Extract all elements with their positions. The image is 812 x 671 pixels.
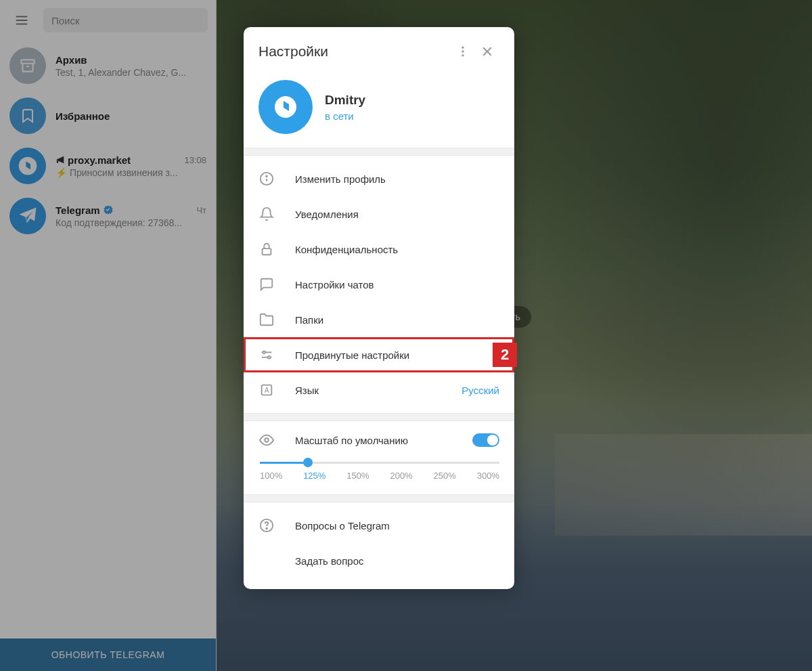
- settings-label: Язык: [295, 385, 441, 396]
- profile-row[interactable]: Dmitry в сети: [244, 73, 514, 148]
- folder-icon: [258, 311, 275, 328]
- info-icon: [258, 171, 275, 187]
- help-icon: [258, 517, 275, 534]
- scale-label: Масштаб по умолчанию: [295, 435, 452, 446]
- divider: [244, 413, 514, 421]
- settings-label: Вопросы о Telegram: [295, 520, 499, 532]
- settings-item-faq[interactable]: Вопросы о Telegram: [244, 508, 514, 543]
- close-icon: [480, 45, 494, 58]
- svg-text:A: A: [265, 387, 269, 394]
- settings-item-folders[interactable]: Папки: [244, 302, 514, 337]
- settings-item-privacy[interactable]: Конфиденциальность: [244, 232, 514, 267]
- divider: [244, 148, 514, 156]
- svg-point-7: [461, 54, 464, 56]
- settings-value: Русский: [461, 385, 499, 396]
- svg-point-16: [263, 351, 266, 354]
- svg-point-18: [268, 356, 271, 359]
- eye-icon: [258, 432, 275, 448]
- svg-point-6: [461, 50, 464, 52]
- profile-name: Dmitry: [325, 93, 365, 108]
- settings-modal: Настройки Dmitry в сети Изменить профиль…: [244, 27, 514, 589]
- svg-point-13: [266, 175, 267, 177]
- settings-label: Папки: [295, 314, 499, 326]
- empty-icon: [258, 553, 275, 569]
- profile-status: в сети: [325, 110, 365, 122]
- scale-option[interactable]: 150%: [346, 471, 369, 481]
- svg-point-5: [461, 47, 464, 49]
- settings-item-ask[interactable]: Задать вопрос: [244, 543, 514, 578]
- scale-option[interactable]: 125%: [303, 471, 325, 481]
- annotation-badge: 2: [493, 343, 517, 367]
- profile-avatar: [258, 80, 313, 134]
- more-vertical-icon: [456, 45, 470, 58]
- settings-label: Настройки чатов: [295, 279, 499, 290]
- settings-label: Уведомления: [295, 209, 499, 220]
- scale-option[interactable]: 250%: [434, 471, 456, 481]
- bell-icon: [258, 206, 275, 222]
- more-button[interactable]: [451, 39, 475, 64]
- svg-point-23: [266, 528, 267, 529]
- svg-point-21: [265, 438, 269, 442]
- settings-label: Продвинутые настройки: [295, 349, 499, 361]
- scale-toggle[interactable]: [472, 433, 499, 447]
- settings-item-advanced[interactable]: Продвинутые настройки 2: [244, 337, 514, 372]
- settings-item-language[interactable]: A Язык Русский: [244, 372, 514, 408]
- svg-rect-14: [263, 248, 271, 255]
- sliders-icon: [258, 347, 275, 363]
- scale-slider[interactable]: 100% 125% 150% 200% 250% 300%: [260, 462, 499, 481]
- divider: [244, 494, 514, 502]
- settings-label: Изменить профиль: [295, 173, 499, 185]
- settings-label: Задать вопрос: [295, 555, 499, 567]
- close-button[interactable]: [475, 39, 499, 64]
- scale-option[interactable]: 100%: [260, 471, 282, 481]
- chat-icon: [258, 276, 275, 293]
- settings-label: Конфиденциальность: [295, 244, 499, 255]
- settings-item-chat-settings[interactable]: Настройки чатов: [244, 267, 514, 302]
- scale-option[interactable]: 200%: [390, 471, 412, 481]
- settings-item-edit-profile[interactable]: Изменить профиль: [244, 161, 514, 196]
- lock-icon: [258, 241, 275, 257]
- settings-item-notifications[interactable]: Уведомления: [244, 196, 514, 232]
- language-icon: A: [258, 382, 275, 398]
- modal-title: Настройки: [258, 43, 451, 60]
- scale-option[interactable]: 300%: [477, 471, 499, 481]
